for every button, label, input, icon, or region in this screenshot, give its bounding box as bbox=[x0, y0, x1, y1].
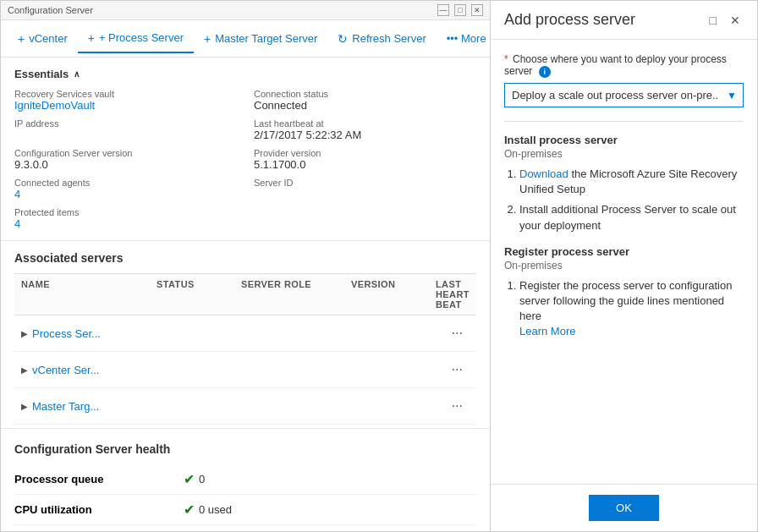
expand-icon-3: ▶ bbox=[21, 402, 28, 411]
check-icon-2: ✔ bbox=[184, 502, 195, 518]
refresh-label: Refresh Server bbox=[352, 32, 426, 45]
col-role: SERVER ROLE bbox=[241, 279, 351, 310]
configuration-server-panel: Configuration Server — □ ✕ + vCenter + +… bbox=[0, 0, 491, 532]
minimize-button[interactable]: — bbox=[437, 4, 449, 16]
right-panel-footer: OK bbox=[491, 484, 757, 531]
install-subtitle: On-premises bbox=[504, 148, 744, 160]
health-row-processor: Processor queue ✔ 0 bbox=[14, 464, 476, 495]
essentials-section: Essentials ∧ Recovery Services vault Ign… bbox=[1, 58, 490, 241]
process-server-row-name: Process Ser... bbox=[32, 327, 101, 340]
refresh-icon: ↻ bbox=[338, 32, 348, 46]
row-more-button-3[interactable]: ··· bbox=[445, 397, 470, 415]
protected-label: Protected items bbox=[14, 207, 237, 217]
table-row[interactable]: ▶ vCenter Ser... ··· bbox=[14, 352, 476, 388]
provider-value: 5.1.1700.0 bbox=[254, 158, 476, 171]
ok-button[interactable]: OK bbox=[589, 495, 659, 521]
vcenter-label: vCenter bbox=[29, 32, 68, 45]
install-step-1: Download the Microsoft Azure Site Recove… bbox=[519, 167, 744, 197]
row-vcenter-server-name: ▶ vCenter Ser... bbox=[21, 364, 190, 376]
maximize-button[interactable]: □ bbox=[454, 4, 466, 16]
install-steps: Download the Microsoft Azure Site Recove… bbox=[504, 167, 744, 233]
row-more-button-2[interactable]: ··· bbox=[445, 360, 470, 379]
main-content: Essentials ∧ Recovery Services vault Ign… bbox=[1, 58, 490, 531]
ip-label: IP address bbox=[14, 118, 237, 129]
expand-icon-2: ▶ bbox=[21, 365, 28, 375]
register-step-1: Register the process server to configura… bbox=[519, 278, 744, 340]
right-window-controls: □ ✕ bbox=[706, 12, 744, 29]
window-controls: — □ ✕ bbox=[437, 4, 483, 16]
register-section: Register process server On-premises Regi… bbox=[504, 245, 744, 340]
essentials-grid: Recovery Services vault IgniteDemoVault … bbox=[14, 89, 476, 230]
col-heartbeat: LAST HEART BEAT bbox=[436, 279, 470, 310]
essentials-heartbeat: Last heartbeat at 2/17/2017 5:22:32 AM bbox=[254, 118, 476, 141]
refresh-server-button[interactable]: ↻ Refresh Server bbox=[327, 25, 436, 52]
dropdown-label-text: Choose where you want to deploy your pro… bbox=[504, 53, 727, 77]
learn-more-link[interactable]: Learn More bbox=[519, 325, 575, 337]
register-subtitle: On-premises bbox=[504, 260, 744, 271]
agents-label: Connected agents bbox=[14, 178, 237, 188]
essentials-title: Essentials bbox=[14, 68, 69, 80]
essentials-ip: IP address bbox=[14, 118, 237, 141]
table-row[interactable]: ▶ Process Ser... ··· bbox=[14, 315, 476, 352]
provider-label: Provider version bbox=[254, 148, 476, 158]
toolbar: + vCenter + + Process Server + Master Ta… bbox=[1, 20, 490, 58]
processor-queue-value: ✔ 0 bbox=[184, 471, 205, 487]
master-target-row-name: Master Targ... bbox=[32, 400, 99, 413]
vcenter-button[interactable]: + vCenter bbox=[8, 25, 78, 52]
essentials-agents: Connected agents 4 bbox=[14, 178, 237, 200]
deploy-location-select[interactable]: Deploy a scale out process server on-pre… bbox=[504, 83, 744, 107]
row-process-server-name: ▶ Process Ser... bbox=[21, 327, 190, 340]
process-server-label: + Process Server bbox=[99, 31, 184, 44]
processor-queue-label: Processor queue bbox=[14, 473, 184, 485]
more-label: ••• More bbox=[447, 32, 486, 45]
more-button[interactable]: ••• More bbox=[437, 25, 497, 52]
essentials-cs-version: Configuration Server version 9.3.0.0 bbox=[14, 148, 237, 171]
cpu-utilization-label: CPU utilization bbox=[14, 503, 184, 516]
essentials-vault: Recovery Services vault IgniteDemoVault bbox=[14, 89, 237, 112]
cpu-utilization-value: ✔ 0 used bbox=[184, 502, 232, 518]
master-target-label: Master Target Server bbox=[215, 32, 317, 45]
right-panel-content: * Choose where you want to deploy your p… bbox=[491, 40, 757, 484]
required-star: * bbox=[504, 53, 508, 65]
essentials-header: Essentials ∧ bbox=[14, 68, 476, 80]
row-master-target-name: ▶ Master Targ... bbox=[21, 400, 190, 413]
vcenter-server-row-name: vCenter Ser... bbox=[32, 364, 99, 376]
table-header: NAME STATUS SERVER ROLE VERSION LAST HEA… bbox=[14, 273, 476, 315]
health-title: Configuration Server health bbox=[14, 442, 476, 456]
right-maximize-button[interactable]: □ bbox=[706, 12, 720, 29]
download-link[interactable]: Download bbox=[519, 167, 568, 180]
register-title: Register process server bbox=[504, 245, 744, 258]
server-id-label: Server ID bbox=[254, 178, 476, 188]
essentials-connection: Connection status Connected bbox=[254, 89, 476, 112]
window-title-bar: Configuration Server — □ ✕ bbox=[1, 1, 490, 20]
install-section: Install process server On-premises Downl… bbox=[504, 134, 744, 233]
connection-value: Connected bbox=[254, 99, 476, 112]
dropdown-wrapper: Deploy a scale out process server on-pre… bbox=[504, 83, 744, 107]
row-more-button[interactable]: ··· bbox=[445, 324, 470, 343]
cs-version-label: Configuration Server version bbox=[14, 148, 237, 158]
right-title-bar: Add process server □ ✕ bbox=[491, 1, 757, 40]
essentials-provider: Provider version 5.1.1700.0 bbox=[254, 148, 476, 171]
col-status: STATUS bbox=[157, 279, 241, 310]
cpu-utilization-count: 0 used bbox=[199, 503, 232, 516]
info-icon[interactable]: i bbox=[539, 66, 551, 78]
vault-value[interactable]: IgniteDemoVault bbox=[14, 99, 237, 112]
table-row[interactable]: ▶ Master Targ... ··· bbox=[14, 388, 476, 425]
register-steps: Register the process server to configura… bbox=[504, 278, 744, 340]
master-target-button[interactable]: + Master Target Server bbox=[194, 25, 327, 52]
protected-value[interactable]: 4 bbox=[14, 217, 237, 230]
processor-queue-count: 0 bbox=[199, 473, 205, 485]
associated-servers-section: Associated servers NAME STATUS SERVER RO… bbox=[1, 241, 490, 425]
essentials-server-id: Server ID bbox=[254, 178, 476, 200]
plus-icon-3: + bbox=[204, 32, 211, 46]
close-button[interactable]: ✕ bbox=[471, 4, 483, 16]
dropdown-label: * Choose where you want to deploy your p… bbox=[504, 53, 744, 78]
vault-label: Recovery Services vault bbox=[14, 89, 237, 99]
right-close-button[interactable]: ✕ bbox=[727, 12, 744, 29]
col-version: VERSION bbox=[351, 279, 436, 310]
essentials-protected: Protected items 4 bbox=[14, 207, 237, 230]
heartbeat-label: Last heartbeat at bbox=[254, 118, 476, 129]
process-server-button[interactable]: + + Process Server bbox=[78, 25, 194, 53]
right-panel-title: Add process server bbox=[504, 11, 635, 29]
agents-value[interactable]: 4 bbox=[14, 188, 237, 200]
